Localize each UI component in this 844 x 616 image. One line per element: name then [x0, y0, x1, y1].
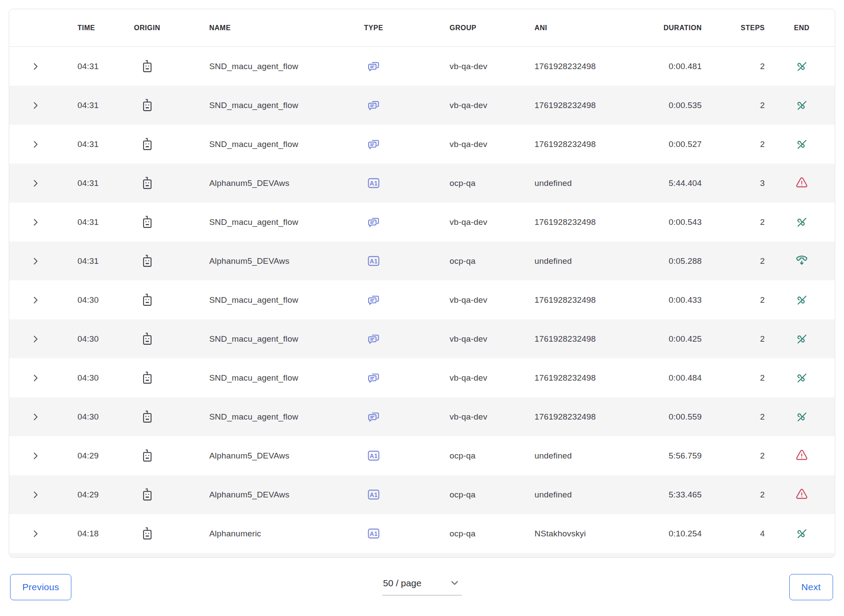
a1-badge-icon: A1 [366, 448, 381, 463]
group-cell: vb-qa-dev [412, 125, 497, 164]
steps-cell: 2 [712, 397, 769, 436]
column-header-origin: ORIGIN [116, 9, 178, 46]
steps-cell: 2 [712, 47, 769, 86]
steps-cell: 2 [712, 436, 769, 475]
duration-cell: 0:00.433 [629, 280, 712, 319]
steps-cell: 2 [712, 242, 769, 280]
table-row: 04:31SND_macu_agent_flowvb-qa-dev1761928… [9, 125, 835, 164]
end-cell [769, 47, 835, 86]
end-cell [769, 514, 835, 553]
origin-cell [116, 319, 178, 358]
row-expand-button[interactable] [27, 409, 44, 425]
previous-page-button[interactable]: Previous [10, 574, 71, 600]
duration-cell: 0:00.425 [629, 319, 712, 358]
end-cell [769, 475, 835, 514]
name-cell: Alphanum5_DEVAws [178, 436, 335, 475]
row-expand-button[interactable] [27, 214, 44, 231]
column-header-type: TYPE [335, 9, 412, 46]
time-cell: 04:29 [62, 475, 116, 514]
origin-cell [116, 203, 178, 242]
origin-cell [116, 47, 178, 86]
table-row: 04:31SND_macu_agent_flowvb-qa-dev1761928… [9, 47, 835, 86]
row-expand-button[interactable] [27, 448, 44, 464]
end-cell [769, 86, 835, 125]
type-cell [335, 203, 412, 242]
column-header-time: TIME [62, 9, 116, 46]
name-cell: Alphanum5_DEVAws [178, 475, 335, 514]
ani-cell: 1761928232498 [497, 319, 629, 358]
row-expand-button[interactable] [27, 136, 44, 153]
table-row: 04:30SND_macu_agent_flowvb-qa-dev1761928… [9, 397, 835, 436]
next-page-button[interactable]: Next [789, 574, 833, 600]
table-row: 04:30SND_macu_agent_flowvb-qa-dev1761928… [9, 358, 835, 397]
svg-text:A1: A1 [369, 531, 377, 537]
duration-cell: 5:44.404 [629, 164, 712, 203]
a1-badge-icon: A1 [366, 487, 381, 502]
row-expand-button[interactable] [27, 525, 44, 542]
chevron-right-icon [31, 178, 40, 188]
row-expand-button[interactable] [27, 292, 44, 308]
duration-cell: 0:00.543 [629, 203, 712, 242]
time-cell: 04:31 [62, 86, 116, 125]
duration-cell: 5:56.759 [629, 436, 712, 475]
row-expand-button[interactable] [27, 175, 44, 192]
group-cell: vb-qa-dev [412, 319, 497, 358]
origin-cell [116, 242, 178, 280]
robot-icon [141, 137, 153, 151]
group-cell: vb-qa-dev [412, 397, 497, 436]
steps-cell: 2 [712, 475, 769, 514]
row-expand-button[interactable] [27, 331, 44, 347]
group-cell: vb-qa-dev [412, 280, 497, 319]
robot-icon [141, 98, 153, 112]
type-cell: A1 [335, 436, 412, 475]
svg-text:A1: A1 [369, 258, 377, 265]
steps-cell: 4 [712, 514, 769, 553]
table-row: 04:31Alphanum5_DEVAwsA1ocp-qaundefined0:… [9, 242, 835, 280]
duration-cell: 0:00.527 [629, 125, 712, 164]
a1-badge-icon: A1 [366, 254, 381, 268]
row-expand-button[interactable] [27, 486, 44, 503]
a1-badge-icon: A1 [366, 526, 381, 541]
table-row: 04:31SND_macu_agent_flowvb-qa-dev1761928… [9, 203, 835, 242]
group-cell: ocp-qa [412, 475, 497, 514]
origin-cell [116, 164, 178, 203]
type-cell [335, 47, 412, 86]
ani-cell: NStakhovskyi [497, 514, 629, 553]
chevron-right-icon [31, 62, 40, 71]
robot-icon [141, 59, 153, 74]
row-expand-button[interactable] [27, 58, 44, 75]
group-cell: ocp-qa [412, 164, 497, 203]
chevron-right-icon [31, 451, 40, 461]
page-size-value: 50 / page [383, 578, 422, 588]
time-cell: 04:31 [62, 164, 116, 203]
end-cell [769, 397, 835, 436]
time-cell: 04:31 [62, 47, 116, 86]
chat-bubbles-icon [366, 410, 381, 424]
type-cell: A1 [335, 164, 412, 203]
chevron-right-icon [31, 295, 40, 305]
row-expand-button[interactable] [27, 370, 44, 386]
steps-cell: 2 [712, 358, 769, 397]
time-cell: 04:30 [62, 280, 116, 319]
name-cell: SND_macu_agent_flow [178, 86, 335, 125]
duration-cell: 5:33.465 [629, 475, 712, 514]
svg-text:A1: A1 [369, 453, 377, 459]
row-expand-button[interactable] [27, 253, 44, 270]
group-cell: vb-qa-dev [412, 358, 497, 397]
ani-cell: undefined [497, 475, 629, 514]
robot-icon [141, 526, 153, 541]
chevron-right-icon [31, 140, 40, 149]
call-hangup-down-icon [795, 254, 809, 268]
row-expand-button[interactable] [27, 97, 44, 114]
time-cell: 04:30 [62, 397, 116, 436]
origin-cell [116, 397, 178, 436]
steps-cell: 2 [712, 86, 769, 125]
type-cell [335, 86, 412, 125]
table-header-row: TIMEORIGINNAMETYPEGROUPANIDURATIONSTEPSE… [9, 9, 835, 47]
name-cell: Alphanum5_DEVAws [178, 164, 335, 203]
robot-icon [141, 293, 153, 307]
page-size-select[interactable]: 50 / page [382, 578, 462, 595]
call-error-icon [795, 487, 809, 502]
origin-cell [116, 514, 178, 553]
type-cell: A1 [335, 514, 412, 553]
